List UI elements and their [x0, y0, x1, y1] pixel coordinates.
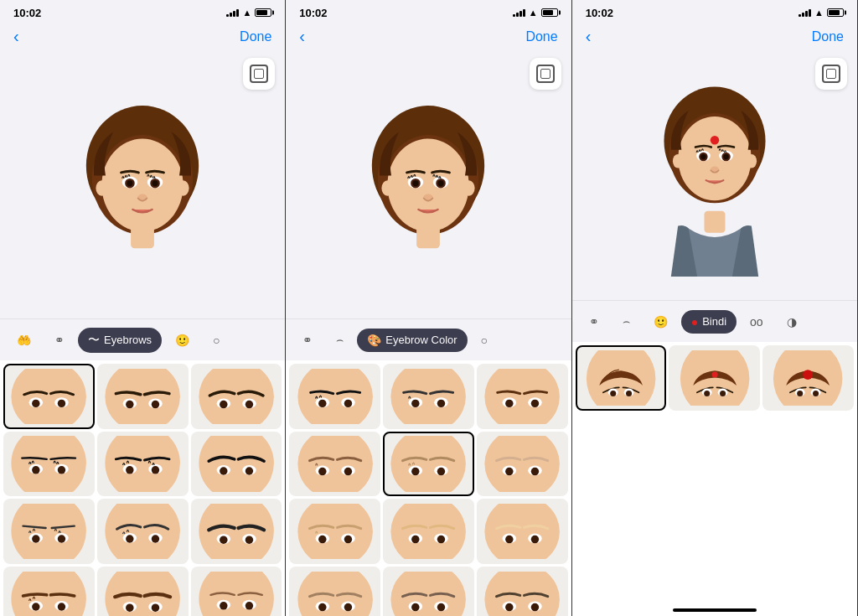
svg-point-101 [297, 369, 373, 424]
svg-point-131 [297, 504, 373, 559]
preview-toggle-1[interactable] [243, 58, 275, 90]
svg-point-149 [318, 603, 326, 611]
svg-point-68 [199, 572, 274, 616]
wifi-icon-1: ▲ [242, 8, 251, 18]
preview-toggle-2[interactable] [530, 58, 561, 90]
grid-item-3-2[interactable] [191, 499, 282, 564]
svg-point-57 [246, 536, 253, 544]
color-item-2-5[interactable] [477, 432, 568, 497]
color-item-2-0[interactable] [289, 364, 380, 429]
svg-point-66 [126, 603, 133, 611]
tab-face-3[interactable]: 🙂 [644, 310, 678, 334]
svg-point-151 [391, 572, 467, 616]
color-item-2-6[interactable] [289, 499, 380, 564]
svg-point-195 [680, 350, 750, 406]
grid-item-4-1[interactable] [97, 567, 189, 616]
svg-point-126 [484, 436, 560, 491]
color-item-2-11[interactable] [477, 567, 568, 616]
color-item-2-9[interactable] [289, 567, 380, 616]
preview-toggle-3[interactable] [815, 58, 847, 90]
done-button-3[interactable]: Done [812, 29, 844, 44]
svg-point-51 [126, 535, 133, 542]
tab-link-3[interactable]: ⚭ [579, 310, 609, 334]
color-item-2-1[interactable] [383, 364, 474, 429]
status-icons-1: ▲ [226, 8, 271, 18]
tab-eye-1[interactable]: ○ [203, 329, 230, 352]
color-item-2-4[interactable] [383, 432, 474, 497]
avatar-area-3 [572, 51, 857, 300]
bindi-item-3-1[interactable] [669, 345, 760, 411]
color-item-2-2[interactable] [477, 364, 568, 429]
tab-eyebrow-color-2[interactable]: 🎨 Eyebrow Color [357, 329, 467, 352]
color-item-2-3[interactable] [289, 432, 380, 497]
grid-area-3 [572, 342, 857, 598]
grid-item-3-0[interactable] [3, 499, 95, 564]
svg-point-72 [246, 602, 253, 609]
back-button-1[interactable]: ‹ [13, 27, 19, 46]
tab-eye2-2[interactable]: ○ [471, 329, 498, 352]
svg-point-193 [610, 391, 616, 396]
back-button-3[interactable]: ‹ [586, 27, 592, 46]
bindi-item-3-0[interactable] [576, 345, 667, 411]
svg-point-146 [297, 572, 373, 616]
svg-point-48 [105, 504, 180, 559]
battery-icon-1 [255, 8, 271, 17]
svg-point-180 [711, 136, 719, 144]
svg-point-7 [127, 180, 133, 186]
svg-point-56 [220, 536, 227, 544]
tab-arch-2[interactable]: ⌢ [326, 328, 354, 352]
bindi-grid-3 [576, 345, 854, 411]
home-bar-3 [673, 608, 757, 612]
svg-point-37 [152, 466, 159, 474]
grid-item-2-2[interactable] [191, 432, 282, 497]
svg-point-196 [711, 371, 717, 377]
tab-glasses-3[interactable]: oo [740, 310, 773, 334]
svg-point-144 [505, 536, 513, 543]
grid-item-4-0[interactable] [3, 567, 95, 616]
svg-point-200 [720, 391, 726, 396]
panel-eyebrow-color: 10:02 ▲ ‹ Done [286, 0, 571, 616]
eyebrow-color-grid-2 [289, 364, 567, 616]
svg-point-120 [344, 468, 351, 475]
svg-point-145 [531, 536, 539, 543]
tab-link-1[interactable]: ⚭ [44, 329, 75, 352]
bindi-item-3-2[interactable] [762, 345, 854, 411]
svg-point-13 [12, 369, 87, 424]
tab-eyebrows-1[interactable]: 〜 Eyebrows [78, 328, 162, 353]
avatar-svg-3 [623, 75, 807, 277]
done-button-1[interactable]: Done [240, 29, 271, 44]
color-item-2-8[interactable] [477, 499, 568, 564]
done-button-2[interactable]: Done [525, 29, 557, 44]
back-button-2[interactable]: ‹ [299, 27, 305, 46]
svg-point-199 [704, 391, 710, 396]
tab-ear-3[interactable]: ◑ [777, 310, 807, 334]
svg-point-58 [12, 572, 87, 616]
grid-item-4-2[interactable] [191, 567, 282, 616]
grid-item-2-0[interactable] [3, 432, 95, 497]
status-bar-3: 10:02 ▲ [572, 0, 857, 23]
tab-link-2[interactable]: ⚭ [292, 329, 323, 352]
signal-icon-2 [513, 8, 525, 17]
color-item-2-7[interactable] [383, 499, 474, 564]
tab-hands-1[interactable]: 🤲 [7, 329, 41, 352]
svg-point-36 [126, 466, 133, 474]
nav-bar-2: ‹ Done [286, 23, 571, 51]
tab-face-1[interactable]: 🙂 [165, 329, 199, 352]
grid-item-2-1[interactable] [97, 432, 189, 497]
grid-item-3-1[interactable] [97, 499, 189, 564]
grid-item-1-1[interactable] [97, 364, 189, 429]
grid-item-1-2[interactable] [191, 364, 282, 429]
svg-point-27 [246, 401, 253, 408]
svg-point-12 [178, 180, 189, 196]
color-item-2-10[interactable] [383, 567, 474, 616]
bindi-icon-3: ● [691, 315, 698, 329]
svg-point-11 [96, 180, 108, 196]
avatar-svg-1 [59, 93, 226, 277]
tab-arch-3[interactable]: ⌢ [612, 309, 640, 334]
tab-bindi-3[interactable]: ● Bindi [681, 310, 737, 334]
status-icons-3: ▲ [799, 8, 844, 18]
grid-item-1-0[interactable] [3, 364, 95, 429]
svg-point-31 [32, 466, 39, 474]
status-icons-2: ▲ [513, 8, 558, 18]
home-indicator-3 [572, 598, 857, 616]
